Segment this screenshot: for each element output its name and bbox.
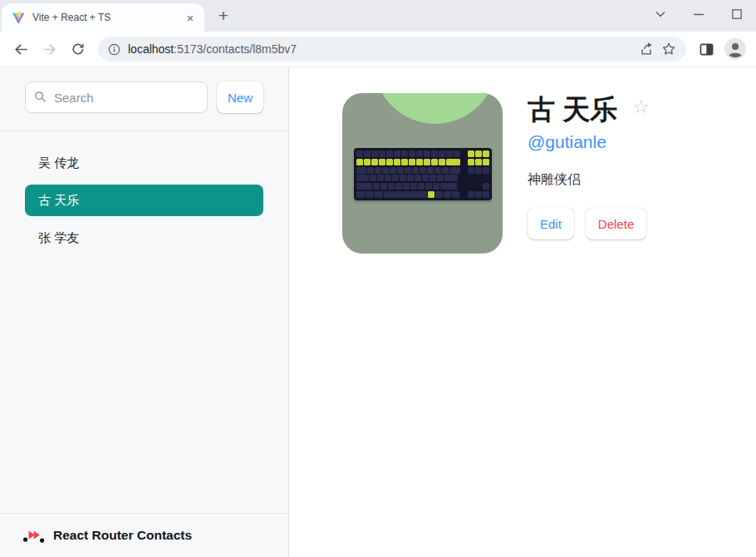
url-host: localhost [128, 42, 174, 56]
delete-button[interactable]: Delete [586, 208, 646, 239]
page-content: New 吴 传龙古 天乐张 学友 React Router Contacts [0, 67, 756, 557]
contact-item[interactable]: 张 学友 [25, 222, 263, 254]
side-panel-icon[interactable] [694, 37, 719, 62]
contact-avatar-keyboard-photo [342, 93, 503, 254]
contact-item[interactable]: 吴 传龙 [25, 147, 263, 179]
contact-list: 吴 传龙古 天乐张 学友 [0, 131, 288, 513]
action-buttons: Edit Delete [528, 208, 650, 239]
search-input[interactable] [25, 81, 208, 113]
minimize-icon[interactable] [680, 0, 718, 28]
address-bar[interactable]: localhost:5173/contacts/l8m5bv7 [98, 37, 686, 62]
app-brand-footer: React Router Contacts [0, 513, 288, 557]
url-text: localhost:5173/contacts/l8m5bv7 [128, 42, 631, 56]
browser-toolbar: localhost:5173/contacts/l8m5bv7 [0, 32, 756, 67]
keyboard-illustration [354, 148, 492, 200]
contact-name: 古 天乐 [528, 94, 617, 125]
contact-detail: 古 天乐 ☆ @gutianle 神雕侠侣 Edit Delete [289, 67, 756, 557]
name-row: 古 天乐 ☆ [528, 94, 650, 125]
bookmark-star-icon[interactable] [661, 42, 676, 57]
tab-title: Vite + React + TS [32, 12, 175, 23]
reload-icon[interactable] [65, 37, 91, 62]
browser-window: Vite + React + TS × + [0, 0, 756, 557]
contacts-sidebar: New 吴 传龙古 天乐张 学友 React Router Contacts [0, 67, 289, 557]
avatar-green-circle [374, 93, 497, 124]
tab-strip: Vite + React + TS × + [0, 0, 756, 32]
profile-avatar-icon[interactable] [722, 37, 748, 62]
url-path: :5173/contacts/l8m5bv7 [174, 42, 297, 56]
forward-icon[interactable] [37, 37, 62, 62]
app-brand-label: React Router Contacts [53, 528, 192, 543]
new-contact-button[interactable]: New [217, 81, 263, 113]
back-icon[interactable] [8, 37, 34, 62]
site-info-icon[interactable] [108, 43, 120, 56]
share-icon[interactable] [639, 42, 654, 57]
favorite-star-icon[interactable]: ☆ [632, 97, 650, 116]
contact-item-active[interactable]: 古 天乐 [25, 185, 263, 216]
edit-button[interactable]: Edit [528, 208, 574, 239]
search-row: New [0, 67, 288, 131]
close-tab-icon[interactable]: × [183, 10, 198, 25]
contact-notes: 神雕侠侣 [528, 171, 650, 189]
react-router-logo-icon [22, 528, 45, 544]
twitter-link[interactable]: @gutianle [528, 132, 606, 152]
new-tab-button[interactable]: + [211, 3, 236, 28]
search-box [25, 81, 208, 113]
tab-search-chevron-icon[interactable] [641, 0, 680, 28]
maximize-icon[interactable] [718, 0, 756, 28]
browser-tab[interactable]: Vite + React + TS × [2, 3, 204, 32]
vite-favicon-icon [12, 11, 25, 24]
contact-info: 古 天乐 ☆ @gutianle 神雕侠侣 Edit Delete [528, 93, 650, 239]
window-controls [641, 0, 756, 28]
